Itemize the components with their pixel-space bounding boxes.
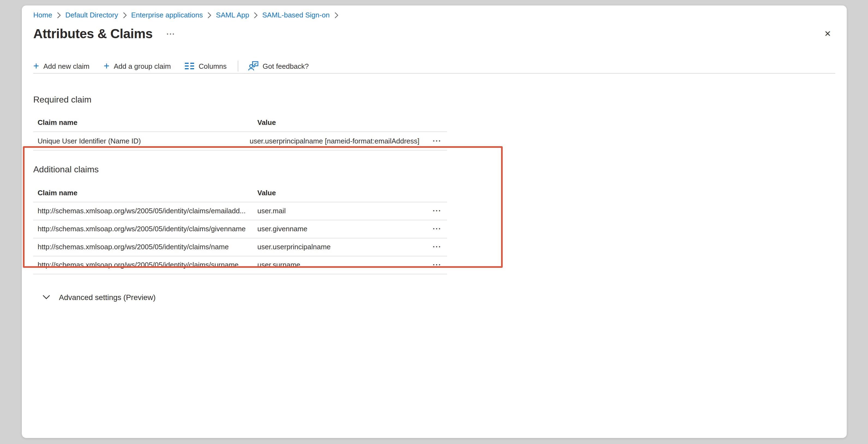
claim-name-cell[interactable]: http://schemas.xmlsoap.org/ws/2005/05/id… [33,207,257,215]
plus-icon: + [103,61,109,71]
claim-value-cell: user.mail [257,207,419,215]
more-options-icon[interactable]: ••• [165,30,178,37]
row-context-menu-icon[interactable]: ••• [419,244,447,250]
chevron-right-icon [334,12,338,18]
add-group-claim-label: Add a group claim [114,62,171,70]
required-claims-table: Claim nameValue Unique User Identifier (… [33,113,447,151]
table-row[interactable]: Unique User Identifier (Name ID) user.us… [33,132,447,151]
page-title: Attributes & Claims [33,25,153,42]
columns-button[interactable]: Columns [185,62,227,70]
feedback-icon [248,61,258,71]
claim-name-cell[interactable]: http://schemas.xmlsoap.org/ws/2005/05/id… [33,261,257,269]
additional-claims-heading: Additional claims [33,164,835,175]
table-row[interactable]: http://schemas.xmlsoap.org/ws/2005/05/id… [33,238,447,256]
chevron-down-icon [42,295,50,299]
blade-panel: HomeDefault DirectoryEnterprise applicat… [22,5,847,438]
claim-name-column-header: Claim name [33,188,257,197]
got-feedback-button[interactable]: Got feedback? [248,61,309,71]
table-row[interactable]: http://schemas.xmlsoap.org/ws/2005/05/id… [33,202,447,220]
row-context-menu-icon[interactable]: ••• [420,138,447,144]
breadcrumb-link[interactable]: SAML-based Sign-on [262,10,330,20]
claim-value-cell: user.surname [257,261,419,269]
claim-value-cell: user.userprincipalname [nameid-format:em… [250,137,420,145]
chevron-right-icon [122,12,127,18]
chevron-right-icon [56,12,61,18]
claim-value-cell: user.givenname [257,225,419,233]
columns-label: Columns [199,62,227,70]
chevron-right-icon [253,12,258,18]
breadcrumb-link[interactable]: Enterprise applications [131,10,203,20]
additional-claims-table: Claim nameValue http://schemas.xmlsoap.o… [33,182,447,274]
table-header-row: Claim nameValue [33,113,447,132]
row-context-menu-icon[interactable]: ••• [419,226,447,232]
breadcrumb: HomeDefault DirectoryEnterprise applicat… [33,5,835,20]
columns-icon [185,62,194,70]
close-icon[interactable]: ✕ [822,28,834,40]
page: HomeDefault DirectoryEnterprise applicat… [0,0,868,444]
breadcrumb-link[interactable]: Default Directory [65,10,118,20]
value-column-header: Value [257,119,447,127]
add-new-claim-label: Add new claim [43,62,89,70]
table-header-row: Claim nameValue [33,182,447,202]
add-new-claim-button[interactable]: + Add new claim [33,61,89,71]
value-column-header: Value [257,188,447,197]
chevron-right-icon [207,12,212,18]
advanced-settings-toggle[interactable]: Advanced settings (Preview) [42,292,156,302]
claim-name-cell[interactable]: http://schemas.xmlsoap.org/ws/2005/05/id… [33,225,257,233]
claim-value-cell: user.userprincipalname [257,243,419,251]
row-context-menu-icon[interactable]: ••• [419,208,447,214]
toolbar-divider [238,61,238,71]
claim-name-column-header: Claim name [33,119,257,127]
required-claim-heading: Required claim [33,94,835,105]
claim-name-cell[interactable]: Unique User Identifier (Name ID) [33,137,250,145]
claim-name-cell[interactable]: http://schemas.xmlsoap.org/ws/2005/05/id… [33,243,257,251]
breadcrumb-link[interactable]: SAML App [216,10,249,20]
row-context-menu-icon[interactable]: ••• [419,262,447,268]
breadcrumb-link[interactable]: Home [33,10,52,20]
add-group-claim-button[interactable]: + Add a group claim [103,61,171,71]
command-bar: + Add new claim + Add a group claim [33,60,835,73]
table-row[interactable]: http://schemas.xmlsoap.org/ws/2005/05/id… [33,220,447,238]
got-feedback-label: Got feedback? [262,62,309,70]
table-row[interactable]: http://schemas.xmlsoap.org/ws/2005/05/id… [33,256,447,274]
plus-icon: + [33,61,39,71]
advanced-settings-label: Advanced settings (Preview) [59,293,156,301]
